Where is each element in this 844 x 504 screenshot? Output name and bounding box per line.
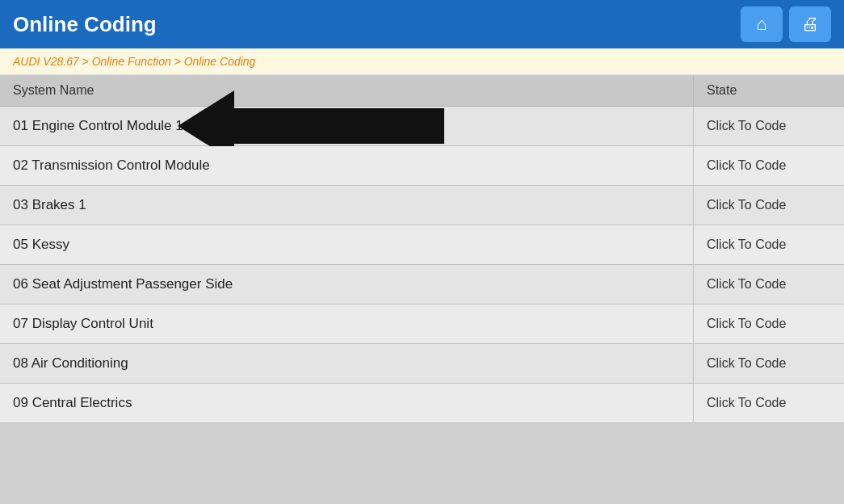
breadcrumb: AUDI V28.67 > Online Function > Online C… xyxy=(0,48,844,75)
table-header: System Name State xyxy=(0,75,844,107)
table-row[interactable]: 08 Air Conditioning Click To Code xyxy=(0,344,844,384)
col-header-system-name: System Name xyxy=(0,75,693,106)
system-name-cell: 09 Central Electrics xyxy=(0,384,693,422)
state-cell[interactable]: Click To Code xyxy=(693,225,844,264)
system-name-cell: 02 Transmission Control Module xyxy=(0,146,693,185)
state-cell[interactable]: Click To Code xyxy=(693,146,844,185)
table-row[interactable]: 07 Display Control Unit Click To Code xyxy=(0,304,844,344)
home-button[interactable]: ⌂ xyxy=(741,6,783,42)
col-header-state: State xyxy=(693,75,844,106)
table-row[interactable]: 06 Seat Adjustment Passenger Side Click … xyxy=(0,265,844,304)
table-row[interactable]: 03 Brakes 1 Click To Code xyxy=(0,186,844,225)
system-name-cell: 06 Seat Adjustment Passenger Side xyxy=(0,265,693,304)
state-cell[interactable]: Click To Code xyxy=(693,107,844,145)
state-cell[interactable]: Click To Code xyxy=(693,304,844,343)
home-icon: ⌂ xyxy=(756,14,766,35)
system-name-cell: 08 Air Conditioning xyxy=(0,344,693,383)
state-cell[interactable]: Click To Code xyxy=(693,344,844,383)
table-row[interactable]: 05 Kessy Click To Code xyxy=(0,225,844,265)
header: Online Coding ⌂ 🖨 xyxy=(0,0,844,48)
table-row[interactable]: 02 Transmission Control Module Click To … xyxy=(0,146,844,186)
table-row[interactable]: 01 Engine Control Module 1 Click To Code xyxy=(0,107,844,146)
header-actions: ⌂ 🖨 xyxy=(741,6,831,42)
system-name-cell: 03 Brakes 1 xyxy=(0,186,693,225)
table-row[interactable]: 09 Central Electrics Click To Code xyxy=(0,384,844,423)
state-cell[interactable]: Click To Code xyxy=(693,384,844,422)
state-cell[interactable]: Click To Code xyxy=(693,186,844,225)
arrow-body xyxy=(234,108,444,144)
system-name-cell: 05 Kessy xyxy=(0,225,693,264)
page-title: Online Coding xyxy=(13,12,157,37)
state-cell[interactable]: Click To Code xyxy=(693,265,844,304)
app-container: Online Coding ⌂ 🖨 AUDI V28.67 > Online F… xyxy=(0,0,844,423)
systems-table: System Name State 01 Engine Control Modu… xyxy=(0,75,844,423)
system-name-cell: 07 Display Control Unit xyxy=(0,304,693,343)
print-button[interactable]: 🖨 xyxy=(789,6,831,42)
print-icon: 🖨 xyxy=(801,14,819,35)
system-name-cell: 01 Engine Control Module 1 xyxy=(0,107,693,145)
